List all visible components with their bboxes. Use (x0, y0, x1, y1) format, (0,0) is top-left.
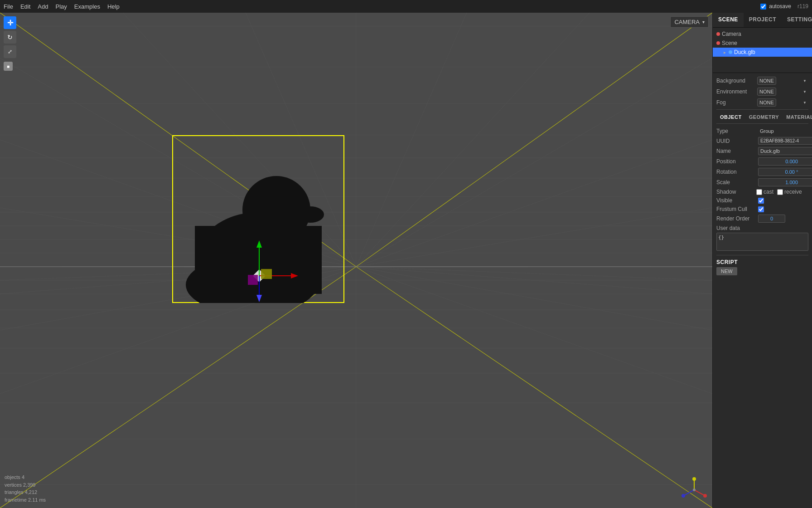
rotation-row: Rotation (716, 168, 808, 176)
tab-object[interactable]: OBJECT (716, 112, 745, 122)
menu-examples[interactable]: Examples (74, 3, 100, 10)
camera-dot (716, 32, 720, 36)
position-row: Position (716, 157, 808, 166)
viewport[interactable]: ✛ ↻ ⤢ ■ CAMERA ▾ (0, 13, 712, 508)
name-field[interactable] (758, 147, 812, 155)
svg-rect-73 (248, 275, 258, 285)
shadow-receive-label: receive (784, 189, 802, 195)
right-panel: SCENE PROJECT SETTINGS Camera Scene ▸ Du… (712, 13, 812, 508)
duck-scene-object[interactable] (172, 135, 344, 303)
left-toolbar: ✛ ↻ ⤢ ■ (4, 16, 16, 71)
transform-gizmo (172, 135, 344, 303)
camera-arrow-icon: ▾ (702, 20, 705, 24)
svg-marker-67 (256, 240, 262, 248)
environment-select[interactable]: NONE (757, 88, 776, 96)
scale-x[interactable] (758, 178, 812, 186)
visible-checkbox[interactable] (758, 198, 764, 204)
script-new-button[interactable]: NEW (716, 267, 737, 275)
shadow-checks: cast receive (756, 189, 802, 195)
user-data-label: User data (716, 225, 756, 231)
background-row: Background NONE (716, 77, 808, 85)
autosave-checkbox[interactable] (760, 4, 766, 10)
environment-label: Environment (716, 88, 757, 95)
shadow-receive-checkbox[interactable] (777, 189, 783, 195)
svg-point-80 (693, 488, 696, 491)
svg-line-78 (684, 490, 694, 495)
frustum-cull-row: Frustum Cull (716, 206, 808, 212)
stats-frametime: frametime 2.11 ms (5, 496, 46, 504)
stats-triangles: triangles 4,212 (5, 488, 46, 496)
tab-project[interactable]: PROJECT (744, 13, 782, 27)
uuid-row: UUID NEW (716, 137, 808, 145)
menu-play[interactable]: Play (56, 3, 67, 10)
stats-objects: objects 4 (5, 474, 46, 481)
menu-edit[interactable]: Edit (20, 3, 30, 10)
menu-add[interactable]: Add (38, 3, 48, 10)
tree-camera-label: Camera (722, 31, 741, 37)
move-tool-button[interactable]: ✛ (4, 16, 16, 29)
position-label: Position (716, 158, 756, 165)
stats-vertices: vertices 2,399 (5, 481, 46, 489)
background-label: Background (716, 78, 757, 84)
right-tabs: SCENE PROJECT SETTINGS (713, 13, 812, 28)
tab-scene[interactable]: SCENE (713, 13, 744, 27)
fog-row: Fog NONE (716, 98, 808, 107)
properties-panel: Background NONE Environment NONE Fog (713, 73, 812, 508)
autosave-label: autosave (769, 3, 791, 10)
rotate-tool-button[interactable]: ↻ (4, 31, 16, 44)
tree-item-duck[interactable]: ▸ Duck.glb (713, 48, 812, 57)
tab-geometry[interactable]: GEOMETRY (745, 112, 783, 122)
uuid-field[interactable] (758, 137, 812, 145)
user-data-container: User data {} (716, 225, 808, 252)
scene-tree: Camera Scene ▸ Duck.glb (713, 28, 812, 73)
tree-scene-label: Scene (722, 40, 737, 46)
axis-indicator (681, 476, 708, 503)
visible-row: Visible (716, 197, 808, 204)
version-label: r119 (798, 3, 808, 10)
svg-point-75 (692, 477, 696, 481)
stop-tool-button[interactable]: ■ (4, 62, 13, 71)
frustum-cull-checkbox[interactable] (758, 206, 764, 212)
fog-select[interactable]: NONE (757, 98, 776, 107)
type-row: Type Group (716, 127, 808, 135)
shadow-label: Shadow (716, 189, 756, 195)
tree-duck-label: Duck.glb (734, 49, 755, 55)
obj-tabs: OBJECT GEOMETRY MATERIAL (716, 112, 808, 124)
rotation-label: Rotation (716, 169, 756, 175)
camera-label: CAMERA (674, 19, 700, 25)
tab-settings[interactable]: SETTINGS (782, 13, 812, 27)
svg-marker-71 (256, 295, 262, 302)
rotation-x[interactable] (758, 168, 812, 176)
visible-label: Visible (716, 197, 756, 204)
camera-dropdown[interactable]: CAMERA ▾ (670, 16, 709, 28)
divider-1 (716, 109, 808, 110)
frustum-cull-label: Frustum Cull (716, 206, 756, 212)
position-x[interactable] (758, 157, 812, 166)
render-order-field[interactable] (758, 215, 785, 223)
tree-arrow-icon: ▸ (724, 50, 726, 55)
shadow-cast-label: cast (764, 189, 773, 195)
menu-help[interactable]: Help (107, 3, 120, 10)
svg-rect-72 (261, 269, 272, 279)
svg-marker-69 (291, 273, 298, 278)
user-data-textarea[interactable]: {} (716, 233, 808, 251)
stats: objects 4 vertices 2,399 triangles 4,212… (5, 474, 46, 503)
svg-line-76 (694, 490, 704, 495)
menu-bar: File Edit Add Play Examples Help autosav… (0, 0, 812, 13)
background-select[interactable]: NONE (757, 77, 776, 85)
divider-2 (716, 255, 808, 255)
tab-material[interactable]: MATERIAL (783, 112, 812, 122)
render-order-row: Render Order (716, 215, 808, 223)
fog-label: Fog (716, 99, 757, 106)
tree-item-scene[interactable]: Scene (713, 39, 812, 48)
type-value: Group (758, 127, 808, 135)
shadow-row: Shadow cast receive (716, 189, 808, 195)
autosave-area: autosave r119 (760, 3, 808, 10)
scale-label: Scale (716, 179, 756, 186)
shadow-cast-checkbox[interactable] (756, 189, 762, 195)
tree-item-camera[interactable]: Camera (713, 29, 812, 39)
shadow-cast-item: cast (756, 189, 773, 195)
scale-tool-button[interactable]: ⤢ (4, 45, 16, 58)
menu-file[interactable]: File (4, 3, 13, 10)
name-label: Name (716, 148, 756, 154)
